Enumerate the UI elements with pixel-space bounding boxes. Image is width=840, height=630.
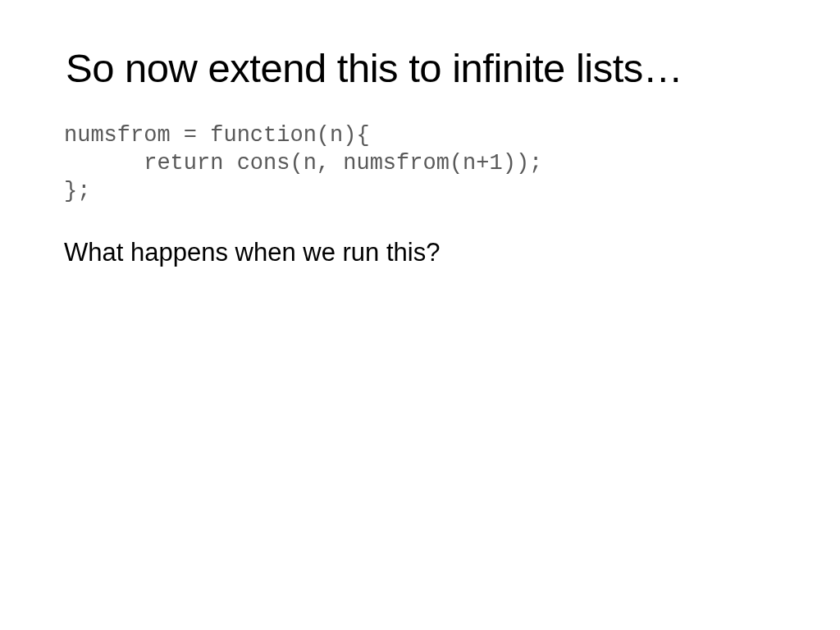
code-snippet: numsfrom = function(n){ return cons(n, n… [64, 122, 774, 205]
slide-title: So now extend this to infinite lists… [66, 45, 774, 91]
slide-body-text: What happens when we run this? [64, 238, 774, 267]
slide-container: So now extend this to infinite lists… nu… [0, 0, 840, 630]
